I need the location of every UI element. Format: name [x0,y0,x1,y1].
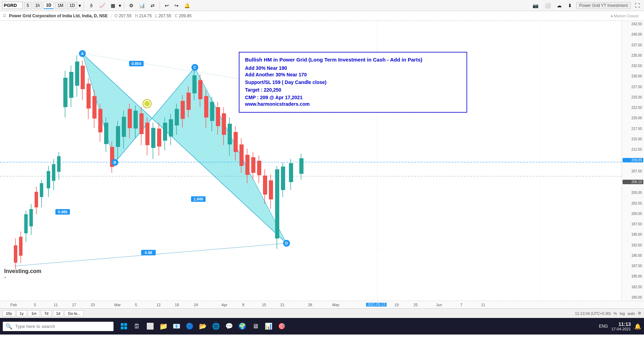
point-b-label: B [114,160,116,164]
chart-type-dropdown-icon[interactable]: ▾ [119,3,121,8]
candle-green-3 [40,183,43,197]
taskbar-icon-powerpoint[interactable]: 🎯 [275,320,288,332]
search-input[interactable] [15,324,111,329]
time-19: 19 [394,303,399,307]
timeframe-1m[interactable]: 1M [55,2,66,9]
timeframe-1h[interactable]: 1h [33,2,42,9]
candle-green-7 [63,78,67,107]
redo-btn[interactable]: ↪ [172,2,181,9]
settings-btn[interactable]: ⚙ [127,2,136,9]
price-235: 235.00 [623,54,643,57]
indicators-btn[interactable]: 📊 [137,2,147,9]
taskbar-icon-app1[interactable]: 📧 [170,320,183,332]
screenshot-btn[interactable]: 📷 [530,2,541,9]
open-value: 207.55 [119,13,131,18]
low-label: L [155,13,157,18]
annotation-box: Bullish HM in Power Grid (Long Term Inve… [239,52,467,113]
nav-1d[interactable]: 1d [53,310,63,317]
bar-chart-btn[interactable]: ▦ [109,2,117,9]
timeframe-dropdown-icon[interactable]: ▾ [79,3,81,8]
clock-time: 11:13 [611,321,631,327]
alert-btn[interactable]: 🔔 [182,2,192,9]
taskbar-icon-chart[interactable]: 📊 [262,320,275,332]
nav-1m[interactable]: 1m [28,310,39,317]
candle-red-6 [92,96,97,119]
ratio-ab-label: 0.854 [131,62,141,66]
bookmark-icon[interactable]: ☑ [3,13,6,18]
nav-7d[interactable]: 7d [41,310,52,317]
taskbar-icon-calendar[interactable]: 🗓 [131,320,143,332]
price-180: 180.00 [623,295,643,299]
nav-log: log [620,311,625,316]
candle-red-18 [222,113,226,135]
time-17: 17 [72,303,76,307]
price-207: 207.50 [623,169,643,173]
candle-red-9 [128,109,132,128]
timeframe-5[interactable]: 5 [24,2,31,9]
candle-red-10 [139,113,144,134]
price-185: 185.00 [623,274,643,278]
price-209-current: 209.85 [623,158,643,162]
layout-btn[interactable]: ⬜ [543,2,553,9]
taskbar-icon-explorer[interactable]: 📂 [197,320,209,332]
svg-rect-48 [124,323,127,326]
price-240: 240.00 [623,32,643,36]
nav-1y[interactable]: 1y [17,310,27,317]
price-205: 205.00 [623,191,643,195]
nav-settings-icon[interactable]: ⚙ [638,311,641,316]
candle-red-16 [204,96,208,117]
undo-btn[interactable]: ↩ [163,2,171,9]
candle-red-1 [14,245,17,263]
taskbar-right: ENG 11:13 17-04-2021 🔔 [599,321,641,331]
watermark: Investing.com [4,268,42,274]
separator-3 [160,2,160,9]
annotation-line3: Support/SL 159 ( Day Candle close) [245,79,461,85]
taskbar-icon-mail[interactable]: 📁 [157,320,170,332]
timeframe-1d[interactable]: 1D [44,2,54,9]
compare-btn[interactable]: ⇄ [148,2,157,9]
taskbar-notification-icon[interactable]: 🔔 [634,323,641,330]
open-label: O [114,13,117,18]
taskbar-icon-chat[interactable]: 💬 [223,320,235,332]
taskbar-icon-windows2[interactable]: ⬜ [144,320,156,332]
price-232: 232.50 [623,64,643,68]
candle-green-24 [299,158,303,174]
candle-red-3 [35,192,38,207]
taskbar-icon-app2[interactable]: 🔵 [183,320,196,332]
candle-green-15 [163,123,167,141]
high-label: H [135,13,138,18]
taskbar-icon-browser1[interactable]: 🌐 [210,320,222,332]
search-bar[interactable]: 🔍 [3,322,114,331]
taskbar-icon-browser2[interactable]: 🌍 [236,320,248,332]
candle-red-11 [145,123,149,145]
price-212: 212.50 [623,148,643,151]
time-mar: Mar [114,303,121,307]
time-5-mar: 5 [135,303,137,307]
taskbar-icon-windows[interactable] [118,320,130,332]
cloud-load-btn[interactable]: ⬇ [566,2,574,9]
separator-sym: | [110,13,111,18]
toolbar-right: 📷 ⬜ ☁ ⬇ Power Grid YT Investment ⛶ [530,2,642,9]
line-chart-btn[interactable]: 📈 [97,2,107,9]
candle-green-17 [175,109,179,125]
candle-green-14 [151,128,155,148]
candle-green-5 [52,164,55,181]
price-225: 225.00 [623,95,643,99]
candle-red-4 [81,66,85,89]
candle-red-19 [234,132,238,152]
candlestick-chart-btn[interactable]: 🕯 [87,2,96,9]
d-circle-fill [144,101,150,106]
chart-container[interactable]: A B C D 0.854 0.486 1.949 0.88 Investing… [0,21,644,301]
price-227: 227.50 [623,85,643,89]
fullscreen-btn[interactable]: ⛶ [633,2,642,9]
price-237: 237.50 [623,43,643,47]
cloud-save-btn[interactable]: ☁ [555,2,564,9]
ticker-input[interactable] [2,2,23,9]
candle-red-5 [87,84,91,109]
nav-goto[interactable]: Go to... [65,310,83,317]
taskbar-icon-monitor[interactable]: 🖥 [249,320,262,332]
nav-10y[interactable]: 10y [3,310,15,317]
point-c-label: C [193,65,196,69]
timeframe-1d-alt[interactable]: 1D [67,2,77,9]
candle-green-11 [116,126,120,147]
